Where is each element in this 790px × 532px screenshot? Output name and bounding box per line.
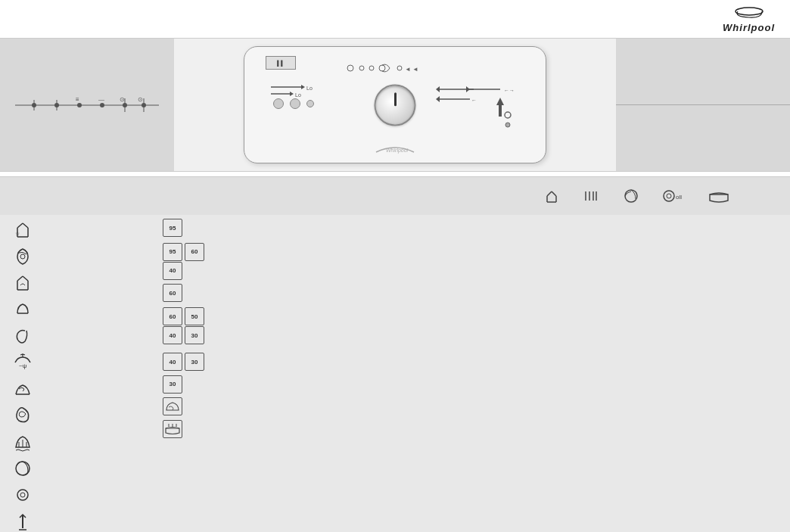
- svg-point-30: [347, 65, 353, 71]
- machine-display-text: ▌▌: [277, 61, 285, 66]
- svg-marker-22: [436, 86, 440, 92]
- temp-row-4b: 40 30: [163, 326, 246, 344]
- machine-buttons-left: [273, 98, 314, 109]
- left-panel: ≡ — ⊙ ⊙: [0, 39, 174, 171]
- main-divider: [0, 171, 790, 177]
- program-icon-7: [11, 378, 34, 400]
- program-icon-1: ☆: [11, 219, 34, 241]
- svg-text:oll: oll: [676, 194, 682, 201]
- svg-text:—: —: [98, 96, 104, 103]
- temp-badge-30-6: 30: [163, 375, 182, 394]
- svg-point-4: [77, 103, 82, 107]
- right-panel-bottom: [616, 105, 790, 171]
- temp-row-11: [163, 487, 246, 506]
- program-row-2: [11, 245, 155, 268]
- machine-controls-right: [485, 96, 515, 130]
- tub-icon: [708, 188, 729, 204]
- svg-text:~ψ: ~ψ: [19, 362, 27, 369]
- svg-text:◄: ◄: [405, 66, 411, 73]
- program-row-6: ~ψ: [11, 351, 155, 374]
- svg-point-34: [397, 66, 402, 70]
- whirlpool-logo: Whirlpool: [723, 5, 775, 33]
- machine-btn-1: [273, 98, 284, 109]
- temp-row-1: 95: [163, 219, 246, 238]
- svg-point-53: [667, 194, 671, 198]
- svg-text:⊙: ⊙: [120, 96, 125, 103]
- svg-line-42: [547, 191, 552, 196]
- program-row-9: [11, 431, 155, 453]
- machine-dial[interactable]: [375, 84, 416, 126]
- temp-row-2a: 95 60: [163, 243, 246, 261]
- temp-row-3: 60: [163, 284, 246, 303]
- program-row-7: [11, 378, 155, 400]
- temp-badge-60-3: 60: [163, 284, 182, 302]
- svg-text:⊙: ⊙: [138, 96, 143, 103]
- temp-badge-40-5: 40: [163, 353, 182, 371]
- svg-text:Whirlpool: Whirlpool: [386, 148, 409, 154]
- temp-row-12: [163, 509, 246, 528]
- svg-marker-27: [436, 96, 440, 102]
- svg-line-62: [17, 276, 23, 281]
- svg-line-43: [552, 191, 556, 196]
- spin-option: [583, 188, 599, 204]
- temp-badge-30-5: 30: [185, 353, 204, 371]
- program-row-4: [11, 298, 155, 321]
- temp-badge-40-4: 40: [163, 326, 182, 344]
- centrifuge-icon: [622, 188, 640, 204]
- temp-row-8: [163, 420, 246, 439]
- svg-text:←→: ←→: [504, 88, 515, 93]
- handwash-option: [543, 188, 560, 204]
- program-icon-8: [11, 404, 34, 427]
- right-panel-top: [616, 39, 790, 104]
- svg-line-56: [23, 223, 28, 228]
- program-icon-3: [11, 272, 34, 294]
- program-row-5: [11, 325, 155, 347]
- machine-top-icons: ◄ ◄: [343, 61, 426, 76]
- svg-point-61: [20, 254, 25, 259]
- spin-icon: [583, 188, 599, 204]
- program-row-8: [11, 404, 155, 427]
- temp-row-2: 95 60 40: [163, 241, 246, 280]
- schematic-diagram: ≡ — ⊙ ⊙: [15, 94, 159, 117]
- temp-badge-30-4: 30: [185, 326, 204, 344]
- temp-column: 95 95 60 40 60 60 50 40 30: [159, 215, 250, 532]
- program-row-1: ☆: [11, 219, 155, 241]
- program-row-3: [11, 272, 155, 294]
- program-icon-11: [11, 484, 34, 506]
- logo-icon: [730, 5, 768, 22]
- program-row-12: [11, 510, 155, 532]
- temp-badge-60-4: 60: [163, 307, 182, 325]
- top-icons-row: oll: [0, 177, 790, 215]
- temp-row-7: [163, 397, 246, 416]
- temp-badge-50-4: 50: [185, 307, 204, 325]
- program-icon-12: [11, 510, 34, 532]
- svg-point-39: [505, 112, 511, 118]
- machine-display: ▌▌: [266, 56, 296, 70]
- handwash-icon: [543, 188, 560, 204]
- machine-center: ▌▌ Lo Lo ←→: [174, 46, 616, 163]
- program-row-10: [11, 457, 155, 480]
- temp-row-5: 40 30: [163, 348, 246, 371]
- svg-marker-17: [301, 85, 305, 89]
- machine-bottom-logo: Whirlpool: [372, 142, 418, 157]
- svg-line-63: [23, 276, 28, 281]
- svg-point-5: [100, 103, 104, 107]
- program-icon-2: [11, 245, 34, 268]
- svg-line-55: [17, 223, 23, 228]
- centrifuge-option: [622, 188, 640, 204]
- temp-row-2b: 40: [163, 262, 246, 280]
- temp-badge-tub: [163, 420, 182, 438]
- program-list: ☆: [0, 215, 790, 532]
- tub-option: [708, 188, 729, 204]
- temp-badge-40-2: 40: [163, 262, 182, 280]
- svg-point-73: [17, 490, 28, 500]
- machine-arrows-left: Lo Lo: [267, 83, 343, 100]
- svg-text:Lo: Lo: [295, 92, 301, 98]
- svg-point-32: [369, 66, 374, 70]
- svg-text:←: ←: [471, 98, 477, 102]
- temp-row-6: 30: [163, 375, 246, 394]
- brand-name: Whirlpool: [723, 22, 775, 33]
- temp-row-9: [163, 442, 246, 461]
- machine-btn-2: [290, 98, 300, 109]
- temp-row-10: [163, 465, 246, 484]
